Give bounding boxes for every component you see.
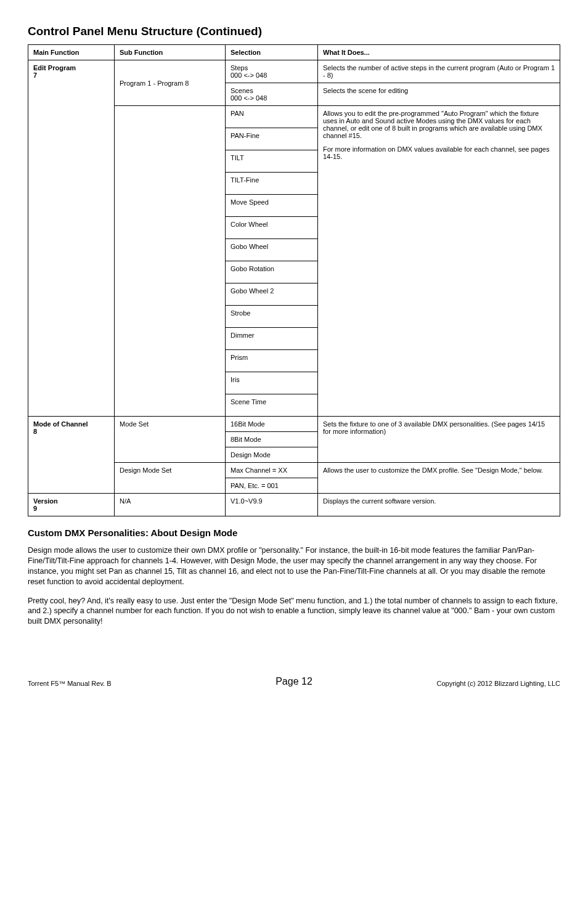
header-sel: Selection [226, 45, 318, 60]
sel-tilt: TILT [226, 150, 318, 173]
label: 8 [33, 428, 37, 435]
what-params-p2: For more information on DMX values avail… [323, 145, 555, 160]
main-func-mode-channel: Mode of Channel 8 [28, 417, 115, 494]
sub-func-version: N/A [115, 494, 226, 516]
footer-right: Copyright (c) 2012 Blizzard Lighting, LL… [383, 680, 560, 687]
footer-left: Torrent F5™ Manual Rev. B [28, 680, 205, 687]
sel-steps: Steps 000 <-> 048 [226, 60, 318, 83]
what-designset: Allows the user to customize the DMX pro… [318, 463, 560, 494]
what-scenes: Selects the scene for editing [318, 83, 560, 106]
sel-move: Move Speed [226, 195, 318, 217]
what-steps: Selects the number of active steps in th… [318, 60, 560, 83]
table-row: Edit Program 7 Program 1 - Program 8 Ste… [28, 60, 560, 83]
label: 7 [33, 71, 37, 79]
sel-gobo2: Gobo Wheel 2 [226, 283, 318, 306]
custom-dmx-p2: Pretty cool, hey? And, it's really easy … [28, 596, 560, 627]
label: Version [33, 497, 58, 505]
sel-panetc: PAN, Etc. = 001 [226, 478, 318, 494]
sel-dimmer: Dimmer [226, 328, 318, 350]
custom-dmx-heading: Custom DMX Personalities: About Design M… [28, 528, 560, 538]
page-footer: Torrent F5™ Manual Rev. B Page 12 Copyri… [28, 676, 560, 687]
sel-iris: Iris [226, 372, 318, 394]
sel-scenetime: Scene Time [226, 394, 318, 417]
what-version: Displays the current software version. [318, 494, 560, 516]
sel-version: V1.0~V9.9 [226, 494, 318, 516]
main-func-edit-program: Edit Program 7 [28, 60, 115, 417]
what-params: Allows you to edit the pre-programmed "A… [318, 106, 560, 417]
label: 9 [33, 505, 37, 512]
menu-structure-table: Main Function Sub Function Selection Wha… [28, 44, 560, 516]
label: Mode of Channel [33, 420, 88, 428]
sel-maxchannel: Max Channel = XX [226, 463, 318, 478]
footer-page: Page 12 [205, 676, 383, 687]
label: Edit Program [33, 64, 76, 71]
table-row: Version 9 N/A V1.0~V9.9 Displays the cur… [28, 494, 560, 516]
sub-func-program: Program 1 - Program 8 [115, 60, 226, 106]
sub-func-blank [115, 106, 226, 417]
sel-8bit: 8Bit Mode [226, 432, 318, 447]
sub-func-modeset: Mode Set [115, 417, 226, 463]
main-func-version: Version 9 [28, 494, 115, 516]
sel-designmode: Design Mode [226, 447, 318, 463]
sel-panfine: PAN-Fine [226, 128, 318, 150]
header-sub: Sub Function [115, 45, 226, 60]
custom-dmx-p1: Design mode allows the user to customize… [28, 545, 560, 587]
header-what: What It Does... [318, 45, 560, 60]
sel-gobo: Gobo Wheel [226, 239, 318, 261]
header-main: Main Function [28, 45, 115, 60]
sel-goborot: Gobo Rotation [226, 261, 318, 283]
sub-func-designset: Design Mode Set [115, 463, 226, 494]
sel-tiltfine: TILT-Fine [226, 173, 318, 195]
sel-strobe: Strobe [226, 306, 318, 328]
table-row: Mode of Channel 8 Mode Set 16Bit Mode Se… [28, 417, 560, 432]
sel-16bit: 16Bit Mode [226, 417, 318, 432]
sel-prism: Prism [226, 350, 318, 372]
what-modeset: Sets the fixture to one of 3 available D… [318, 417, 560, 463]
sel-scenes: Scenes 000 <-> 048 [226, 83, 318, 106]
what-params-p1: Allows you to edit the pre-programmed "A… [323, 110, 555, 139]
sel-pan: PAN [226, 106, 318, 128]
sel-color: Color Wheel [226, 217, 318, 239]
table-header-row: Main Function Sub Function Selection Wha… [28, 45, 560, 60]
page-title: Control Panel Menu Structure (Continued) [28, 25, 560, 38]
